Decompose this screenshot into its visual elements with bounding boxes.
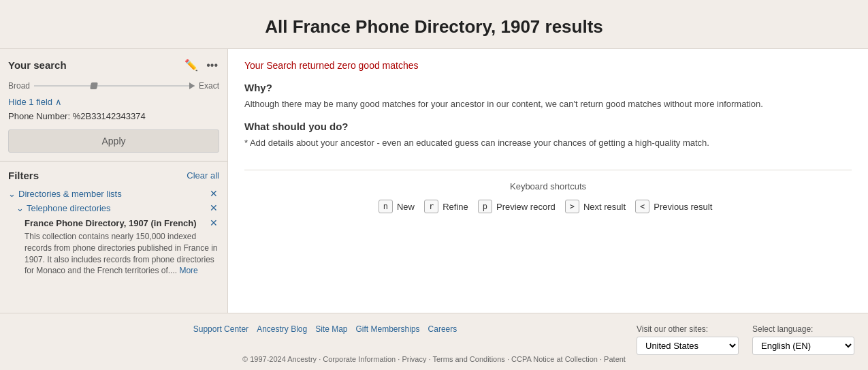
filters-title: Filters <box>8 170 39 181</box>
shortcut-key-n: n <box>379 200 393 213</box>
slider-broad-label: Broad <box>8 81 30 91</box>
filter-directories-label[interactable]: ⌄ Directories & member lists <box>8 189 122 199</box>
slider-exact-label: Exact <box>199 81 219 91</box>
collection-title: France Phone Directory, 1907 (in French)… <box>25 218 219 228</box>
why-text: Although there may be many good matches … <box>244 97 852 111</box>
chevron-down-icon: ⌄ <box>8 189 16 199</box>
footer-country-select[interactable]: United States United Kingdom Australia C… <box>637 337 739 355</box>
filters-header: Filters Clear all <box>0 167 227 187</box>
why-section: Why? Although there may be many good mat… <box>244 82 852 111</box>
phone-number-value: %2B33142343374 <box>73 111 146 121</box>
zero-matches-message: Your Search returned zero good matches <box>244 60 852 71</box>
phone-number-label: Phone Number: <box>8 111 70 121</box>
hide-field-section: Hide 1 field ∧ <box>0 96 227 111</box>
shortcut-label-preview: Preview record <box>496 202 556 212</box>
footer-support-link[interactable]: Support Center <box>193 324 248 334</box>
page-title: All France Phone Directory, 1907 results <box>14 16 854 37</box>
collection-close[interactable]: ✕ <box>208 218 219 228</box>
footer-gift-link[interactable]: Gift Memberships <box>356 324 420 334</box>
footer-other-sites-label: Visit our other sites: <box>637 324 739 334</box>
footer-sitemap-link[interactable]: Site Map <box>315 324 347 334</box>
search-slider: Broad Exact <box>0 78 227 96</box>
footer: Support Center Ancestry Blog Site Map Gi… <box>0 313 868 370</box>
footer-copyright: © 1997-2024 Ancestry · Corporate Informa… <box>14 355 854 363</box>
your-search-icons: ✏️ ••• <box>183 57 219 73</box>
footer-language-label: Select language: <box>752 324 854 334</box>
hide-field-link[interactable]: Hide 1 field ∧ <box>8 97 62 107</box>
footer-blog-link[interactable]: Ancestry Blog <box>257 324 307 334</box>
filter-directories: ⌄ Directories & member lists ✕ <box>0 187 227 201</box>
footer-language-group: Select language: English (EN) Español De… <box>752 324 854 355</box>
footer-careers-link[interactable]: Careers <box>428 324 457 334</box>
shortcut-label-refine: Refine <box>443 202 468 212</box>
chevron-down-icon-2: ⌄ <box>16 203 24 213</box>
clear-all-link[interactable]: Clear all <box>187 170 219 181</box>
keyboard-section: Keyboard shortcuts n New r Refine p Prev… <box>244 170 852 213</box>
shortcut-label-next: Next result <box>583 202 626 212</box>
what-title: What should you do? <box>244 121 852 132</box>
slider-handle <box>90 82 98 89</box>
sidebar-divider <box>0 161 227 161</box>
collection-more-link[interactable]: More <box>179 266 197 275</box>
footer-language-select[interactable]: English (EN) Español Deutsch Français <box>752 337 854 355</box>
footer-links-area: Support Center Ancestry Blog Site Map Gi… <box>14 324 637 339</box>
filter-telephone-label[interactable]: ⌄ Telephone directories <box>16 203 111 213</box>
slider-arrow <box>189 82 195 89</box>
collection-block: France Phone Directory, 1907 (in French)… <box>0 215 227 279</box>
edit-search-button[interactable]: ✏️ <box>183 57 199 73</box>
your-search-title: Your search <box>8 59 67 71</box>
filter-telephone-close[interactable]: ✕ <box>208 203 219 213</box>
footer-country-group: Visit our other sites: United States Uni… <box>637 324 739 355</box>
apply-button[interactable]: Apply <box>8 129 219 153</box>
phone-number-row: Phone Number: %2B33142343374 <box>0 111 227 127</box>
shortcut-key-r: r <box>424 200 438 213</box>
shortcut-label-prev: Previous result <box>654 202 712 212</box>
why-title: Why? <box>244 82 852 93</box>
shortcut-key-prev: < <box>635 200 649 213</box>
sidebar: Your search ✏️ ••• Broad Exact Hide 1 fi… <box>0 49 228 313</box>
footer-bottom-row: Support Center Ancestry Blog Site Map Gi… <box>14 324 854 355</box>
filter-directories-close[interactable]: ✕ <box>208 189 219 198</box>
slider-track <box>34 85 195 87</box>
main-content: Your search ✏️ ••• Broad Exact Hide 1 fi… <box>0 49 868 313</box>
collection-description: This collection contains nearly 150,000 … <box>25 231 219 277</box>
footer-selectors: Visit our other sites: United States Uni… <box>637 324 854 355</box>
more-options-button[interactable]: ••• <box>205 58 219 73</box>
what-text: * Add details about your ancestor - even… <box>244 136 852 150</box>
footer-links: Support Center Ancestry Blog Site Map Gi… <box>14 324 637 334</box>
shortcut-key-next: > <box>565 200 579 213</box>
shortcut-label-new: New <box>397 202 415 212</box>
keyboard-shortcuts: n New r Refine p Preview record > Next r… <box>244 200 852 213</box>
keyboard-title: Keyboard shortcuts <box>244 181 852 191</box>
your-search-header: Your search ✏️ ••• <box>0 57 227 78</box>
what-section: What should you do? * Add details about … <box>244 121 852 150</box>
shortcut-key-p: p <box>478 200 492 213</box>
right-content: Your Search returned zero good matches W… <box>228 49 868 313</box>
page-title-bar: All France Phone Directory, 1907 results <box>0 0 868 49</box>
filter-telephone: ⌄ Telephone directories ✕ <box>0 201 227 215</box>
